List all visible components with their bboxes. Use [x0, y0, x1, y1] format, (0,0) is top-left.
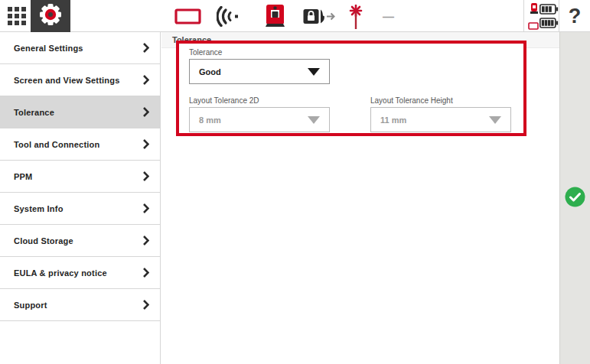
sidebar-item-label: Tool and Connection [14, 140, 143, 149]
sidebar-item-label: EULA & privacy notice [14, 268, 143, 278]
settings-screen: — [0, 0, 590, 364]
tolerance-dropdown-value: Good [199, 67, 308, 76]
layout-tolerance-height-dropdown[interactable]: 11 mm [370, 107, 511, 132]
chevron-right-icon [143, 107, 149, 117]
chevron-right-icon [143, 43, 149, 53]
sidebar-item-label: General Settings [14, 44, 143, 53]
tolerance-field-label: Tolerance [189, 48, 330, 57]
controller-battery-icon [539, 4, 559, 18]
sidebar-item-label: Cloud Storage [14, 236, 143, 245]
sidebar-item-label: Tolerance [14, 108, 143, 117]
settings-tab[interactable] [31, 0, 70, 32]
sidebar-item-tool-and-connection[interactable]: Tool and Connection [0, 128, 160, 161]
tablet-battery-icon [539, 18, 559, 31]
chevron-right-icon [143, 75, 149, 85]
chevron-right-icon [143, 300, 149, 310]
tolerance-highlight-box: Tolerance Good Layout Tolerance 2D 8 mm … [176, 41, 526, 136]
tablet-mini-icon [528, 19, 539, 33]
chevron-down-icon [308, 68, 320, 76]
radio-waves-icon[interactable] [217, 6, 241, 30]
settings-sidebar: General Settings Screen and View Setting… [0, 32, 161, 364]
sidebar-item-support[interactable]: Support [0, 289, 160, 321]
tolerance-field: Tolerance Good [189, 48, 330, 84]
sidebar-item-label: Screen and View Settings [14, 76, 143, 85]
chevron-right-icon [143, 203, 149, 213]
sidebar-item-tolerance[interactable]: Tolerance [0, 96, 160, 128]
layout-tolerance-2d-dropdown[interactable]: 8 mm [189, 107, 330, 132]
sidebar-item-label: Support [14, 301, 143, 310]
sidebar-item-system-info[interactable]: System Info [0, 193, 160, 225]
total-station-mini-icon [530, 3, 538, 18]
layout-tolerance-2d-label: Layout Tolerance 2D [189, 96, 330, 105]
chevron-down-icon [489, 116, 501, 124]
total-station-icon[interactable] [264, 5, 286, 31]
sidebar-item-general-settings[interactable]: General Settings [0, 32, 160, 64]
layout-tolerance-2d-value: 8 mm [199, 115, 308, 125]
sidebar-item-label: PPM [14, 172, 143, 181]
help-button[interactable]: ? [559, 0, 590, 32]
right-status-strip [559, 32, 590, 364]
sidebar-item-ppm[interactable]: PPM [0, 161, 160, 193]
layout-tolerance-2d-field: Layout Tolerance 2D 8 mm [189, 96, 330, 132]
sidebar-item-cloud-storage[interactable]: Cloud Storage [0, 225, 160, 257]
sidebar-item-label: System Info [14, 204, 143, 213]
top-toolbar: — [0, 0, 590, 32]
chevron-right-icon [143, 139, 149, 149]
chevron-right-icon [143, 171, 149, 181]
chevron-right-icon [143, 236, 149, 245]
layout-tolerance-height-label: Layout Tolerance Height [370, 96, 511, 105]
camera-lock-icon[interactable] [303, 8, 335, 28]
laser-pointer-icon[interactable] [347, 5, 365, 33]
battery-status-panel[interactable] [523, 0, 559, 32]
gear-icon [38, 2, 63, 30]
tolerance-dropdown[interactable]: Good [189, 59, 330, 84]
tolerance-panel: Tolerance Tolerance Good Layout Toleranc… [161, 32, 559, 364]
layout-tolerance-height-field: Layout Tolerance Height 11 mm [370, 96, 511, 132]
success-check-icon[interactable] [565, 187, 585, 207]
grid-icon[interactable] [8, 7, 26, 25]
chevron-down-icon [308, 116, 320, 124]
sidebar-item-screen-and-view-settings[interactable]: Screen and View Settings [0, 64, 160, 96]
sidebar-item-eula-privacy-notice[interactable]: EULA & privacy notice [0, 257, 160, 289]
minimized-tool-slot: — [383, 10, 398, 23]
chevron-right-icon [143, 268, 149, 278]
screen-icon[interactable] [174, 8, 201, 28]
question-mark-icon: ? [569, 5, 582, 28]
layout-tolerance-height-value: 11 mm [380, 115, 489, 125]
